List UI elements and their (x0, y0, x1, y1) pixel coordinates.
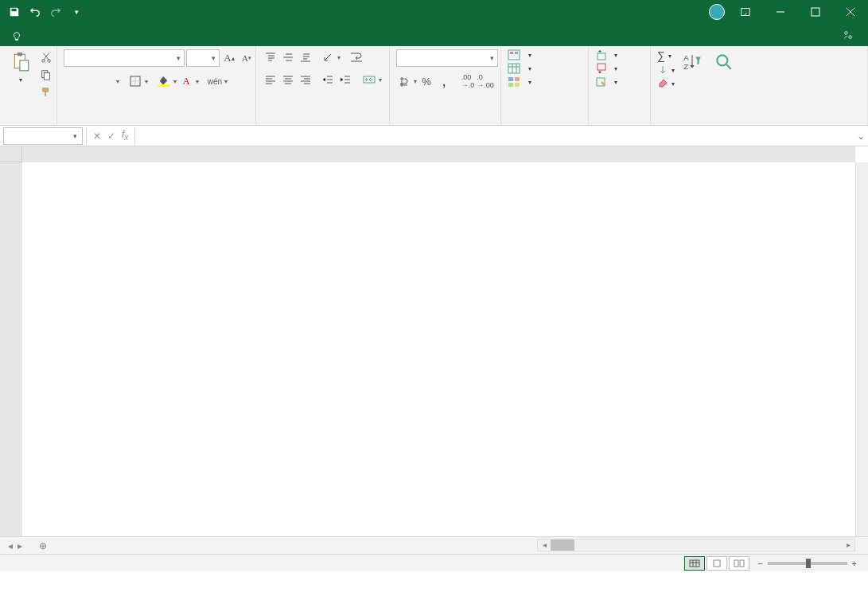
sheet-nav-prev-icon[interactable]: ◂ (8, 540, 13, 551)
group-label (396, 121, 494, 125)
save-icon[interactable] (6, 4, 22, 20)
cell-styles-button[interactable]: ▾ (508, 76, 531, 88)
cell-styles-icon (508, 76, 520, 88)
ribbon-options-icon[interactable] (731, 1, 760, 23)
merge-center-icon[interactable] (361, 72, 377, 88)
copy-icon[interactable] (38, 67, 54, 83)
column-headers[interactable] (22, 146, 855, 162)
svg-rect-23 (597, 64, 605, 70)
svg-text:Z: Z (683, 62, 688, 71)
orientation-icon[interactable] (320, 49, 336, 65)
table-format-button[interactable]: ▾ (508, 63, 531, 74)
delete-icon (595, 63, 606, 74)
name-box[interactable]: ▾ (3, 127, 83, 145)
qat-dropdown-icon[interactable]: ▾ (68, 4, 84, 20)
clear-button[interactable]: ▾ (657, 78, 675, 89)
select-all-corner[interactable] (0, 146, 22, 162)
zoom-out-button[interactable]: − (757, 559, 762, 568)
italic-button[interactable] (81, 73, 97, 89)
cond-format-icon (508, 49, 520, 60)
scroll-left-icon[interactable]: ◂ (538, 540, 551, 551)
align-bottom-icon[interactable] (298, 49, 313, 65)
svg-rect-20 (508, 83, 513, 87)
view-page-break-icon[interactable] (729, 556, 749, 571)
bold-button[interactable] (64, 73, 80, 89)
close-button[interactable] (836, 1, 865, 23)
increase-font-icon[interactable]: A▴ (221, 50, 237, 66)
decrease-font-icon[interactable]: A▾ (239, 50, 255, 66)
maximize-button[interactable] (801, 1, 830, 23)
clear-icon (657, 78, 668, 89)
group-clipboard: ▾ (0, 46, 57, 125)
sort-filter-icon: AZ (681, 51, 703, 73)
horizontal-scrollbar[interactable]: ◂ ▸ (537, 539, 855, 551)
delete-button[interactable]: ▾ (595, 63, 617, 74)
accounting-icon[interactable] (396, 73, 412, 89)
svg-rect-12 (158, 84, 169, 87)
spreadsheet-grid[interactable] (0, 146, 868, 536)
vertical-scrollbar[interactable] (855, 162, 868, 536)
paste-button[interactable]: ▾ (6, 49, 35, 85)
wrap-text-icon[interactable] (348, 49, 364, 65)
tell-me[interactable] (0, 26, 38, 46)
fill-color-icon[interactable] (156, 73, 172, 89)
cut-icon[interactable] (38, 49, 54, 65)
user-avatar[interactable] (709, 4, 725, 20)
comma-icon[interactable]: , (436, 73, 452, 89)
align-middle-icon[interactable] (280, 49, 296, 65)
undo-icon[interactable] (27, 4, 43, 20)
phonetic-icon[interactable]: wén (207, 73, 223, 89)
find-select-button[interactable] (710, 49, 738, 76)
align-center-icon[interactable] (280, 72, 296, 88)
expand-formula-icon[interactable]: ⌄ (854, 131, 868, 142)
increase-indent-icon[interactable] (337, 72, 353, 88)
minimize-button[interactable] (766, 1, 795, 23)
format-painter-icon[interactable] (38, 84, 54, 100)
font-size-combo[interactable]: ▾ (186, 49, 220, 67)
lightbulb-icon (11, 31, 22, 42)
zoom-slider[interactable] (768, 562, 847, 565)
view-page-layout-icon[interactable] (706, 556, 727, 571)
fill-icon (657, 64, 668, 76)
align-top-icon[interactable] (263, 49, 278, 65)
svg-rect-28 (690, 560, 699, 567)
percent-icon[interactable]: % (418, 73, 434, 89)
align-left-icon[interactable] (263, 72, 278, 88)
decrease-indent-icon[interactable] (320, 72, 336, 88)
format-button[interactable]: ▾ (595, 76, 617, 88)
underline-button[interactable] (99, 73, 115, 89)
new-sheet-button[interactable]: ⊕ (35, 540, 51, 551)
align-right-icon[interactable] (298, 72, 313, 88)
svg-text:A: A (683, 53, 689, 62)
cells-area[interactable] (22, 162, 855, 536)
sheet-nav-next-icon[interactable]: ▸ (18, 540, 22, 551)
table-format-icon (508, 63, 520, 74)
cond-format-button[interactable]: ▾ (508, 49, 531, 60)
fill-button[interactable]: ▾ (657, 64, 675, 76)
scroll-right-icon[interactable]: ▸ (842, 540, 854, 551)
formula-input[interactable] (135, 127, 854, 145)
sort-filter-button[interactable]: AZ (678, 49, 706, 76)
svg-rect-6 (20, 60, 29, 71)
row-headers[interactable] (0, 162, 22, 536)
cancel-icon[interactable]: ✕ (93, 131, 101, 142)
group-label (657, 121, 861, 125)
share-button[interactable] (831, 24, 868, 46)
scroll-thumb[interactable] (551, 540, 574, 551)
number-format-combo[interactable]: ▾ (396, 49, 498, 67)
font-name-combo[interactable]: ▾ (64, 49, 185, 67)
font-color-icon[interactable]: A (178, 73, 194, 89)
increase-decimal-icon[interactable]: .00→.0 (460, 73, 476, 89)
fx-icon[interactable]: fx (122, 129, 128, 142)
redo-icon[interactable] (48, 4, 64, 20)
autosum-button[interactable]: ∑▾ (657, 49, 675, 62)
enter-icon[interactable]: ✓ (107, 131, 115, 142)
view-normal-icon[interactable] (684, 556, 705, 571)
status-bar: − + (0, 554, 868, 571)
border-icon[interactable] (127, 73, 143, 89)
sheet-tabs-bar: ◂ ▸ ⊕ ◂ ▸ (0, 536, 868, 554)
insert-button[interactable]: ▾ (595, 49, 617, 60)
decrease-decimal-icon[interactable]: .0→.00 (477, 73, 493, 89)
group-label (508, 121, 582, 125)
zoom-in-button[interactable]: + (852, 559, 857, 568)
